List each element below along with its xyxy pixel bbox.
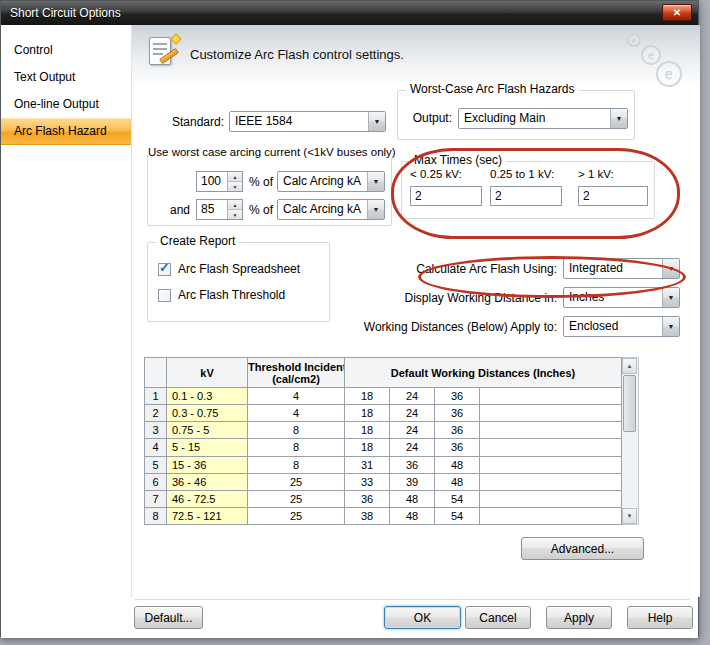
standard-select[interactable]: IEEE 1584 ▼ [229,111,386,132]
row-number-cell[interactable]: 8 [145,507,167,524]
working-distance-cell[interactable]: 54 [435,507,480,524]
working-distance-cell[interactable]: 36 [435,388,480,405]
chevron-down-icon[interactable]: ▼ [662,317,679,336]
arcing-source-select-2[interactable]: Calc Arcing kA ▼ [277,199,385,220]
filler-cell[interactable] [480,456,622,473]
scrollbar-thumb[interactable] [623,375,636,432]
threshold-incident-cell[interactable]: 25 [248,490,345,507]
filler-cell[interactable] [480,405,622,422]
max-time-input-gt1[interactable]: 2 [578,186,648,206]
percent-spinner-2[interactable]: 85 ▲ ▼ [196,199,243,220]
sidebar-item-control[interactable]: Control [1,37,131,64]
kv-range-cell[interactable]: 36 - 46 [167,473,248,490]
working-distance-cell[interactable]: 24 [390,388,435,405]
sidebar-item-one-line-output[interactable]: One-line Output [1,91,131,118]
working-distance-cell[interactable]: 48 [390,490,435,507]
display-distance-label: Display Working Distance in: [252,287,557,309]
filler-cell[interactable] [480,439,622,456]
working-distance-cell[interactable]: 24 [390,439,435,456]
scroll-up-icon[interactable]: ▲ [622,358,637,374]
chevron-down-icon[interactable]: ▼ [368,112,385,131]
sidebar-item-arc-flash-hazard[interactable]: Arc Flash Hazard [1,118,131,145]
threshold-incident-cell[interactable]: 8 [248,456,345,473]
row-number-cell[interactable]: 1 [145,388,167,405]
arcing-source-select-1[interactable]: Calc Arcing kA ▼ [277,171,385,192]
spin-down-icon[interactable]: ▼ [228,210,242,219]
row-number-cell[interactable]: 5 [145,456,167,473]
chevron-down-icon[interactable]: ▼ [367,172,384,191]
threshold-incident-cell[interactable]: 25 [248,473,345,490]
threshold-incident-cell[interactable]: 4 [248,405,345,422]
working-distance-cell[interactable]: 18 [345,405,390,422]
table-scrollbar[interactable]: ▲ ▼ [622,357,639,525]
kv-range-cell[interactable]: 46 - 72.5 [167,490,248,507]
spin-up-icon[interactable]: ▲ [228,200,242,210]
help-button[interactable]: Help [627,606,693,629]
output-select[interactable]: Excluding Main ▼ [458,108,628,129]
working-distance-cell[interactable]: 36 [345,490,390,507]
working-distances-apply-select[interactable]: Enclosed ▼ [563,316,680,337]
working-distance-cell[interactable]: 36 [435,405,480,422]
working-distance-cell[interactable]: 36 [390,456,435,473]
chevron-down-icon[interactable]: ▼ [610,109,627,128]
spin-up-icon[interactable]: ▲ [228,172,242,182]
threshold-incident-cell[interactable]: 8 [248,439,345,456]
filler-cell[interactable] [480,422,622,439]
row-number-cell[interactable]: 4 [145,439,167,456]
row-number-cell[interactable]: 2 [145,405,167,422]
working-distance-cell[interactable]: 18 [345,439,390,456]
working-distance-cell[interactable]: 48 [435,456,480,473]
kv-range-cell[interactable]: 0.1 - 0.3 [167,388,248,405]
working-distance-cell[interactable]: 18 [345,388,390,405]
percent-spinner-1[interactable]: 100 ▲ ▼ [196,171,243,192]
checkbox-unchecked[interactable] [158,289,171,302]
working-distance-cell[interactable]: 33 [345,473,390,490]
checkbox-checked[interactable]: ✓ [158,263,171,276]
working-distance-cell[interactable]: 36 [435,439,480,456]
ok-button[interactable]: OK [384,606,461,629]
working-distance-cell[interactable]: 54 [435,490,480,507]
max-time-input-lt025[interactable]: 2 [410,186,482,206]
panel-header-text: Customize Arc Flash control settings. [190,25,404,83]
close-button[interactable]: ✕ [662,4,692,21]
working-distance-cell[interactable]: 39 [390,473,435,490]
kv-range-cell[interactable]: 0.3 - 0.75 [167,405,248,422]
kv-range-cell[interactable]: 15 - 36 [167,456,248,473]
working-distance-cell[interactable]: 24 [390,405,435,422]
threshold-incident-cell[interactable]: 4 [248,388,345,405]
row-number-cell[interactable]: 3 [145,422,167,439]
title-bar[interactable]: Short Circuit Options ✕ [1,1,698,25]
scroll-down-icon[interactable]: ▼ [622,508,637,524]
working-distance-cell[interactable]: 48 [390,507,435,524]
cancel-button[interactable]: Cancel [465,606,531,629]
display-distance-select[interactable]: Inches ▼ [563,287,680,308]
max-time-input-025to1[interactable]: 2 [490,186,562,206]
working-distance-cell[interactable]: 48 [435,473,480,490]
kv-range-cell[interactable]: 72.5 - 121 [167,507,248,524]
filler-cell[interactable] [480,490,622,507]
filler-cell[interactable] [480,388,622,405]
apply-button[interactable]: Apply [546,606,612,629]
filler-cell[interactable] [480,507,622,524]
kv-range-cell[interactable]: 5 - 15 [167,439,248,456]
working-distance-cell[interactable]: 36 [435,422,480,439]
spin-down-icon[interactable]: ▼ [228,182,242,191]
filler-cell[interactable] [480,473,622,490]
working-distance-cell[interactable]: 18 [345,422,390,439]
row-number-cell[interactable]: 6 [145,473,167,490]
table-row: 872.5 - 12125384854 [145,507,622,524]
sidebar-item-text-output[interactable]: Text Output [1,64,131,91]
default-button[interactable]: Default... [134,606,203,629]
working-distance-cell[interactable]: 31 [345,456,390,473]
kv-range-cell[interactable]: 0.75 - 5 [167,422,248,439]
row-number-cell[interactable]: 7 [145,490,167,507]
chevron-down-icon[interactable]: ▼ [367,200,384,219]
chevron-down-icon[interactable]: ▼ [662,288,679,307]
threshold-incident-cell[interactable]: 25 [248,507,345,524]
threshold-incident-cell[interactable]: 8 [248,422,345,439]
advanced-button[interactable]: Advanced... [521,537,644,560]
chevron-down-icon[interactable]: ▼ [662,259,679,278]
working-distance-cell[interactable]: 38 [345,507,390,524]
calculate-using-select[interactable]: Integrated ▼ [563,258,680,279]
working-distance-cell[interactable]: 24 [390,422,435,439]
